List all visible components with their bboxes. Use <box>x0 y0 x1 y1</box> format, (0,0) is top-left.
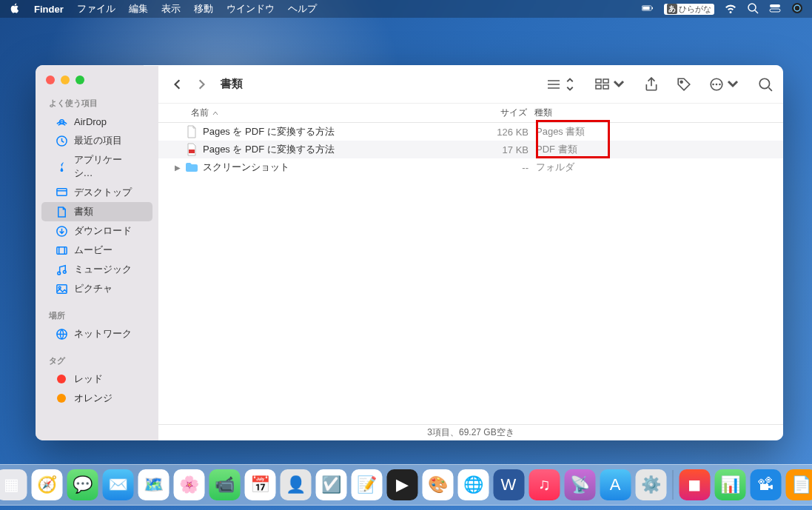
svg-rect-6 <box>770 9 780 12</box>
window-zoom-button[interactable] <box>76 76 84 84</box>
back-button[interactable] <box>169 74 187 95</box>
sidebar-item-desktop[interactable]: デスクトップ <box>41 183 152 202</box>
dock-notes[interactable]: 📝 <box>351 469 382 500</box>
input-method[interactable]: あひらがな <box>664 4 714 15</box>
dock-messages[interactable]: 💬 <box>67 469 98 500</box>
column-name[interactable]: 名前 <box>191 107 465 119</box>
file-kind: Pages 書類 <box>536 125 776 138</box>
menu-edit[interactable]: 編集 <box>129 2 148 16</box>
file-name: Pages を PDF に変換する方法 <box>203 125 466 138</box>
group-button[interactable] <box>595 77 626 92</box>
dock-safari[interactable]: 🧭 <box>31 469 62 500</box>
dock-podcasts[interactable]: 📡 <box>564 469 595 500</box>
menu-go[interactable]: 移動 <box>194 2 213 16</box>
file-row[interactable]: Pages を PDF に変換する方法126 KBPages 書類 <box>158 123 783 141</box>
dock-calendar[interactable]: 📅 <box>244 469 275 500</box>
svg-rect-19 <box>56 284 66 292</box>
menu-help[interactable]: ヘルプ <box>288 2 317 16</box>
column-kind[interactable]: 種類 <box>534 107 776 119</box>
dock-numbers[interactable]: 📊 <box>714 469 745 500</box>
file-row[interactable]: Pages を PDF に変換する方法17 KBPDF 書類 <box>158 141 783 158</box>
sidebar-item-label: 最近の項目 <box>74 134 122 147</box>
menu-view[interactable]: 表示 <box>161 2 181 16</box>
sidebar-item-label: アプリケーシ… <box>74 153 140 180</box>
dock-facetime[interactable]: 📹 <box>209 469 240 500</box>
apple-menu[interactable] <box>9 2 21 16</box>
dock: 🙂▦🧭💬✉️🗺️🌸📹📅👤☑️📝▶︎🎨🌐W♫📡A⚙️◼︎📊📽📄🗑️ <box>0 464 812 506</box>
svg-point-7 <box>792 3 802 13</box>
download-icon <box>55 224 68 238</box>
sidebar-item-airdrop[interactable]: AirDrop <box>41 112 152 131</box>
sidebar-item-download[interactable]: ダウンロード <box>41 221 152 241</box>
disclosure-triangle[interactable]: ▶ <box>175 164 185 172</box>
dock-tv[interactable]: ▶︎ <box>386 469 417 500</box>
dock-reminders[interactable]: ☑️ <box>315 469 346 500</box>
file-name: Pages を PDF に変換する方法 <box>203 143 466 156</box>
sidebar-item-apps[interactable]: アプリケーシ… <box>41 150 152 183</box>
control-center-icon[interactable] <box>769 2 781 16</box>
file-row[interactable]: ▶スクリーンショット--フォルダ <box>158 158 783 176</box>
column-size[interactable]: サイズ <box>465 107 534 119</box>
movie-icon <box>55 244 68 257</box>
network-icon <box>55 327 68 340</box>
siri-icon[interactable] <box>791 2 803 16</box>
dock-shortcuts[interactable]: ◼︎ <box>679 469 710 500</box>
sidebar-item-label: ダウンロード <box>74 224 132 238</box>
svg-line-4 <box>755 10 758 13</box>
app-name[interactable]: Finder <box>34 4 64 15</box>
file-kind: フォルダ <box>536 161 776 174</box>
airdrop-icon <box>55 115 68 128</box>
dock-chrome[interactable]: 🌐 <box>457 469 489 500</box>
svg-rect-29 <box>603 85 608 89</box>
search-button[interactable] <box>758 77 773 92</box>
menu-file[interactable]: ファイル <box>77 2 115 16</box>
sidebar-item-doc[interactable]: 書類 <box>41 202 152 221</box>
dock-music[interactable]: ♫ <box>529 469 560 500</box>
sidebar-item-tag[interactable]: レッド <box>41 369 152 389</box>
spotlight-icon[interactable] <box>747 2 759 16</box>
sidebar-item-network[interactable]: ネットワーク <box>41 324 152 343</box>
sidebar-item-label: デスクトップ <box>74 186 132 199</box>
tag-icon <box>55 372 68 386</box>
dock-maps[interactable]: 🗺️ <box>138 469 169 500</box>
sidebar-item-music[interactable]: ミュージック <box>41 260 152 279</box>
dock-photos[interactable]: 🌸 <box>173 469 204 500</box>
action-button[interactable] <box>709 77 740 92</box>
dock-preferences[interactable]: ⚙️ <box>635 469 666 500</box>
sidebar-section-locations: 場所 <box>36 306 158 324</box>
dock-contacts[interactable]: 👤 <box>280 469 311 500</box>
sidebar-item-clock[interactable]: 最近の項目 <box>41 131 152 150</box>
sidebar-item-label: AirDrop <box>74 116 107 127</box>
svg-point-35 <box>759 78 769 88</box>
apps-icon <box>55 160 68 173</box>
battery-icon[interactable] <box>642 2 654 16</box>
tag-icon <box>55 392 68 405</box>
sidebar-item-movie[interactable]: ムービー <box>41 241 152 260</box>
wifi-icon[interactable] <box>725 2 736 16</box>
share-button[interactable] <box>644 77 659 92</box>
sidebar-item-tag[interactable]: オレンジ <box>41 389 152 408</box>
sidebar-item-label: 書類 <box>74 205 93 218</box>
menu-window[interactable]: ウインドウ <box>227 2 275 16</box>
dock-pages[interactable]: 📄 <box>785 469 812 500</box>
sidebar: よく使う項目 AirDrop最近の項目アプリケーシ…デスクトップ書類ダウンロード… <box>36 65 158 440</box>
window-close-button[interactable] <box>46 76 55 84</box>
picture-icon <box>55 282 68 295</box>
svg-point-34 <box>719 83 721 85</box>
dock-creative[interactable]: 🎨 <box>422 469 453 500</box>
finder-window: よく使う項目 AirDrop最近の項目アプリケーシ…デスクトップ書類ダウンロード… <box>36 65 783 440</box>
file-name: スクリーンショット <box>203 161 466 174</box>
dock-launchpad[interactable]: ▦ <box>0 469 27 500</box>
sidebar-section-favorites: よく使う項目 <box>36 93 158 112</box>
window-minimize-button[interactable] <box>61 76 70 84</box>
dock-word[interactable]: W <box>493 469 524 500</box>
file-list: Pages を PDF に変換する方法126 KBPages 書類Pages を… <box>158 123 783 424</box>
dock-appstore[interactable]: A <box>600 469 631 500</box>
sidebar-item-picture[interactable]: ピクチャ <box>41 279 152 298</box>
tags-button[interactable] <box>677 77 691 92</box>
view-mode-button[interactable] <box>546 77 577 92</box>
dock-keynote[interactable]: 📽 <box>750 469 781 500</box>
dock-mail[interactable]: ✉️ <box>102 469 133 500</box>
svg-rect-11 <box>56 188 66 195</box>
forward-button[interactable] <box>192 74 210 95</box>
